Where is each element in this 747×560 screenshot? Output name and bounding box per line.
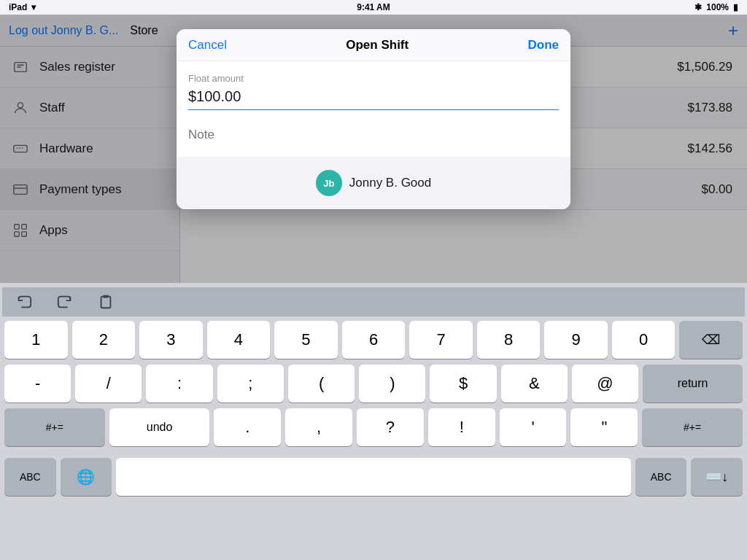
key-0[interactable]: 0	[612, 321, 676, 359]
key-dash[interactable]: -	[4, 365, 71, 402]
bluetooth-icon: ✱	[694, 2, 702, 12]
done-button[interactable]: Done	[528, 38, 560, 52]
battery-icon: ▮	[733, 2, 738, 12]
key-hide-keyboard[interactable]: ⌨️↓	[691, 458, 743, 496]
key-3[interactable]: 3	[139, 321, 203, 359]
float-label: Float amount	[188, 73, 559, 84]
key-space[interactable]	[116, 458, 631, 496]
key-abc-right[interactable]: ABC	[635, 458, 687, 496]
float-input[interactable]	[188, 88, 559, 110]
modal-body: Float amount	[177, 61, 570, 157]
key-undo[interactable]: undo	[109, 408, 210, 446]
open-shift-modal: Cancel Open Shift Done Float amount Jb J…	[177, 29, 570, 209]
user-avatar: Jb	[316, 170, 342, 196]
device-label: iPad	[9, 2, 27, 12]
modal-overlay: Cancel Open Shift Done Float amount Jb J…	[0, 15, 747, 283]
user-name: Jonny B. Good	[349, 176, 431, 190]
key-hash-plus-equals-right[interactable]: #+=	[642, 408, 743, 446]
return-key[interactable]: return	[643, 365, 743, 402]
key-8[interactable]: 8	[477, 321, 541, 359]
key-quote[interactable]: "	[570, 408, 638, 446]
cancel-button[interactable]: Cancel	[188, 38, 227, 52]
key-1[interactable]: 1	[4, 321, 68, 359]
key-period[interactable]: .	[214, 408, 281, 446]
key-slash[interactable]: /	[75, 365, 142, 402]
modal-user-section: Jb Jonny B. Good	[177, 157, 570, 209]
delete-key[interactable]: ⌫	[679, 321, 743, 359]
modal-title: Open Shift	[346, 38, 409, 52]
number-row: 1 2 3 4 5 6 7 8 9 0 ⌫	[4, 321, 743, 359]
app-area: Log out Jonny B. G... Store + Sales regi…	[0, 15, 747, 283]
key-exclaim[interactable]: !	[428, 408, 495, 446]
keyboard-toolbar	[2, 287, 745, 316]
key-abc-left[interactable]: ABC	[4, 458, 56, 496]
key-question[interactable]: ?	[357, 408, 424, 446]
note-input[interactable]	[188, 122, 559, 148]
symbol-row-2: #+= undo . , ? ! ' " #+=	[4, 408, 743, 446]
key-comma[interactable]: ,	[285, 408, 352, 446]
key-globe[interactable]: 🌐	[61, 458, 112, 496]
battery-label: 100%	[706, 2, 729, 12]
status-bar: iPad ▾ 9:41 AM ✱ 100% ▮	[0, 0, 747, 15]
key-open-paren[interactable]: (	[288, 365, 355, 402]
key-7[interactable]: 7	[409, 321, 473, 359]
keyboard-area: 1 2 3 4 5 6 7 8 9 0 ⌫ - / : ; ( ) $ & @ …	[0, 283, 747, 560]
key-apostrophe[interactable]: '	[500, 408, 567, 446]
key-hash-plus-equals-left[interactable]: #+=	[4, 408, 105, 446]
wifi-icon: ▾	[31, 2, 36, 12]
key-at[interactable]: @	[572, 365, 638, 402]
svg-rect-9	[101, 297, 111, 308]
bottom-row: ABC 🌐 ABC ⌨️↓	[4, 458, 743, 496]
key-5[interactable]: 5	[274, 321, 338, 359]
key-6[interactable]: 6	[342, 321, 406, 359]
key-colon[interactable]: :	[146, 365, 212, 402]
key-semicolon[interactable]: ;	[217, 365, 284, 402]
key-4[interactable]: 4	[207, 321, 271, 359]
key-9[interactable]: 9	[544, 321, 608, 359]
keyboard-rows: 1 2 3 4 5 6 7 8 9 0 ⌫ - / : ; ( ) $ & @ …	[2, 321, 745, 496]
undo-toolbar-button[interactable]	[11, 290, 37, 314]
key-dollar[interactable]: $	[430, 365, 496, 402]
time-display: 9:41 AM	[357, 2, 390, 12]
modal-header: Cancel Open Shift Done	[177, 29, 570, 61]
key-ampersand[interactable]: &	[501, 365, 568, 402]
key-close-paren[interactable]: )	[359, 365, 425, 402]
redo-toolbar-button[interactable]	[52, 290, 78, 314]
key-2[interactable]: 2	[72, 321, 136, 359]
symbol-row-1: - / : ; ( ) $ & @ return	[4, 365, 743, 402]
paste-toolbar-button[interactable]	[93, 290, 119, 314]
